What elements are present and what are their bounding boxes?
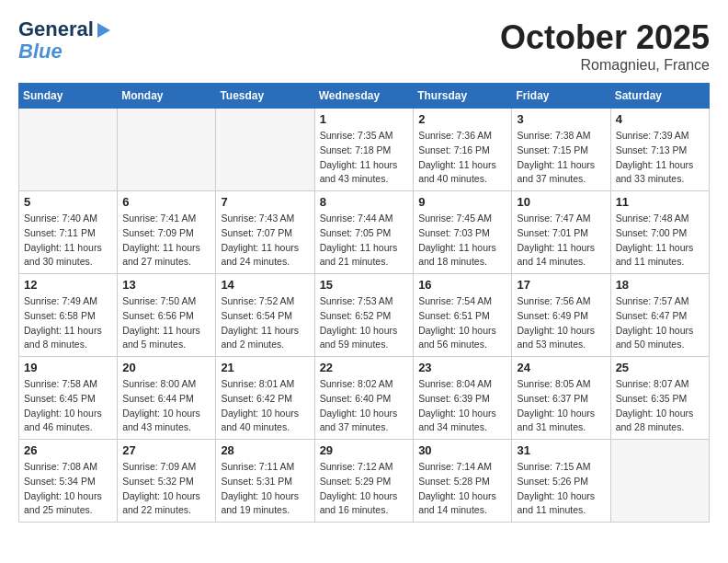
day-number: 12: [24, 278, 112, 292]
day-info: Sunrise: 7:58 AM Sunset: 6:45 PM Dayligh…: [24, 377, 112, 435]
day-info: Sunrise: 7:14 AM Sunset: 5:28 PM Dayligh…: [418, 460, 506, 518]
table-row: 26Sunrise: 7:08 AM Sunset: 5:34 PM Dayli…: [19, 440, 118, 523]
table-row: 13Sunrise: 7:50 AM Sunset: 6:56 PM Dayli…: [118, 274, 216, 357]
day-number: 28: [221, 443, 309, 457]
day-info: Sunrise: 7:49 AM Sunset: 6:58 PM Dayligh…: [24, 294, 112, 352]
day-number: 19: [24, 361, 112, 374]
day-info: Sunrise: 7:40 AM Sunset: 7:11 PM Dayligh…: [24, 212, 112, 270]
day-number: 25: [616, 361, 704, 374]
day-info: Sunrise: 7:43 AM Sunset: 7:07 PM Dayligh…: [221, 212, 309, 270]
day-number: 11: [616, 195, 704, 209]
day-number: 23: [418, 361, 506, 374]
day-number: 10: [517, 195, 605, 209]
calendar-week-3: 12Sunrise: 7:49 AM Sunset: 6:58 PM Dayli…: [19, 274, 710, 357]
table-row: 21Sunrise: 8:01 AM Sunset: 6:42 PM Dayli…: [216, 357, 314, 440]
day-info: Sunrise: 7:12 AM Sunset: 5:29 PM Dayligh…: [320, 460, 409, 518]
day-number: 13: [122, 278, 210, 292]
logo: General Blue: [18, 18, 110, 63]
day-number: 17: [517, 278, 605, 292]
table-row: 11Sunrise: 7:48 AM Sunset: 7:00 PM Dayli…: [610, 191, 709, 274]
day-number: 20: [122, 361, 210, 374]
page-header: General Blue October 2025 Romagnieu, Fra…: [18, 18, 710, 74]
day-info: Sunrise: 7:45 AM Sunset: 7:03 PM Dayligh…: [418, 212, 506, 270]
day-number: 16: [418, 278, 506, 292]
day-number: 2: [418, 112, 506, 126]
day-info: Sunrise: 7:15 AM Sunset: 5:26 PM Dayligh…: [517, 460, 605, 518]
day-info: Sunrise: 7:11 AM Sunset: 5:31 PM Dayligh…: [221, 460, 309, 518]
day-info: Sunrise: 7:50 AM Sunset: 6:56 PM Dayligh…: [122, 294, 210, 352]
table-row: [118, 109, 216, 191]
table-row: [610, 440, 709, 523]
header-tuesday: Tuesday: [216, 84, 314, 109]
table-row: 17Sunrise: 7:56 AM Sunset: 6:49 PM Dayli…: [512, 274, 610, 357]
day-info: Sunrise: 8:01 AM Sunset: 6:42 PM Dayligh…: [221, 377, 309, 435]
table-row: 30Sunrise: 7:14 AM Sunset: 5:28 PM Dayli…: [414, 440, 512, 523]
day-info: Sunrise: 7:35 AM Sunset: 7:18 PM Dayligh…: [320, 129, 409, 187]
day-number: 15: [320, 278, 409, 292]
header-saturday: Saturday: [610, 84, 709, 109]
header-friday: Friday: [512, 84, 610, 109]
day-number: 27: [122, 443, 210, 457]
day-number: 6: [122, 195, 210, 209]
day-number: 5: [24, 195, 112, 209]
day-number: 29: [320, 443, 409, 457]
day-info: Sunrise: 7:57 AM Sunset: 6:47 PM Dayligh…: [616, 294, 704, 352]
day-info: Sunrise: 7:56 AM Sunset: 6:49 PM Dayligh…: [517, 294, 605, 352]
day-number: 9: [418, 195, 506, 209]
day-number: 1: [320, 112, 409, 126]
table-row: 10Sunrise: 7:47 AM Sunset: 7:01 PM Dayli…: [512, 191, 610, 274]
day-info: Sunrise: 7:48 AM Sunset: 7:00 PM Dayligh…: [616, 212, 704, 270]
header-monday: Monday: [118, 84, 216, 109]
table-row: 6Sunrise: 7:41 AM Sunset: 7:09 PM Daylig…: [118, 191, 216, 274]
table-row: 29Sunrise: 7:12 AM Sunset: 5:29 PM Dayli…: [314, 440, 414, 523]
day-number: 26: [24, 443, 112, 457]
table-row: 14Sunrise: 7:52 AM Sunset: 6:54 PM Dayli…: [216, 274, 314, 357]
table-row: 1Sunrise: 7:35 AM Sunset: 7:18 PM Daylig…: [314, 109, 414, 191]
calendar-week-4: 19Sunrise: 7:58 AM Sunset: 6:45 PM Dayli…: [19, 357, 710, 440]
table-row: 24Sunrise: 8:05 AM Sunset: 6:37 PM Dayli…: [512, 357, 610, 440]
day-info: Sunrise: 7:52 AM Sunset: 6:54 PM Dayligh…: [221, 294, 309, 352]
day-number: 31: [517, 443, 605, 457]
table-row: 5Sunrise: 7:40 AM Sunset: 7:11 PM Daylig…: [19, 191, 118, 274]
day-info: Sunrise: 8:04 AM Sunset: 6:39 PM Dayligh…: [418, 377, 506, 435]
table-row: 8Sunrise: 7:44 AM Sunset: 7:05 PM Daylig…: [314, 191, 414, 274]
table-row: 16Sunrise: 7:54 AM Sunset: 6:51 PM Dayli…: [414, 274, 512, 357]
day-info: Sunrise: 7:38 AM Sunset: 7:15 PM Dayligh…: [517, 129, 605, 187]
day-info: Sunrise: 8:05 AM Sunset: 6:37 PM Dayligh…: [517, 377, 605, 435]
table-row: 22Sunrise: 8:02 AM Sunset: 6:40 PM Dayli…: [314, 357, 414, 440]
title-section: October 2025 Romagnieu, France: [500, 18, 710, 74]
table-row: [216, 109, 314, 191]
table-row: 25Sunrise: 8:07 AM Sunset: 6:35 PM Dayli…: [610, 357, 709, 440]
table-row: 15Sunrise: 7:53 AM Sunset: 6:52 PM Dayli…: [314, 274, 414, 357]
table-row: 9Sunrise: 7:45 AM Sunset: 7:03 PM Daylig…: [414, 191, 512, 274]
table-row: 19Sunrise: 7:58 AM Sunset: 6:45 PM Dayli…: [19, 357, 118, 440]
header-sunday: Sunday: [19, 84, 118, 109]
day-info: Sunrise: 7:41 AM Sunset: 7:09 PM Dayligh…: [122, 212, 210, 270]
day-number: 30: [418, 443, 506, 457]
day-info: Sunrise: 7:54 AM Sunset: 6:51 PM Dayligh…: [418, 294, 506, 352]
location-title: Romagnieu, France: [500, 57, 710, 74]
logo-blue: Blue: [18, 40, 63, 63]
day-info: Sunrise: 7:44 AM Sunset: 7:05 PM Dayligh…: [320, 212, 409, 270]
header-wednesday: Wednesday: [314, 84, 414, 109]
day-info: Sunrise: 7:08 AM Sunset: 5:34 PM Dayligh…: [24, 460, 112, 518]
day-number: 14: [221, 278, 309, 292]
table-row: 27Sunrise: 7:09 AM Sunset: 5:32 PM Dayli…: [118, 440, 216, 523]
day-number: 4: [616, 112, 704, 126]
table-row: 7Sunrise: 7:43 AM Sunset: 7:07 PM Daylig…: [216, 191, 314, 274]
day-info: Sunrise: 7:53 AM Sunset: 6:52 PM Dayligh…: [320, 294, 409, 352]
table-row: 18Sunrise: 7:57 AM Sunset: 6:47 PM Dayli…: [610, 274, 709, 357]
day-info: Sunrise: 7:09 AM Sunset: 5:32 PM Dayligh…: [122, 460, 210, 518]
logo-general: General: [18, 18, 94, 40]
calendar-table: Sunday Monday Tuesday Wednesday Thursday…: [18, 83, 710, 523]
table-row: 20Sunrise: 8:00 AM Sunset: 6:44 PM Dayli…: [118, 357, 216, 440]
day-info: Sunrise: 7:47 AM Sunset: 7:01 PM Dayligh…: [517, 212, 605, 270]
day-number: 21: [221, 361, 309, 374]
table-row: [19, 109, 118, 191]
calendar-week-5: 26Sunrise: 7:08 AM Sunset: 5:34 PM Dayli…: [19, 440, 710, 523]
month-title: October 2025: [500, 18, 710, 57]
day-number: 8: [320, 195, 409, 209]
day-info: Sunrise: 8:02 AM Sunset: 6:40 PM Dayligh…: [320, 377, 409, 435]
day-info: Sunrise: 7:39 AM Sunset: 7:13 PM Dayligh…: [616, 129, 704, 187]
day-number: 3: [517, 112, 605, 126]
